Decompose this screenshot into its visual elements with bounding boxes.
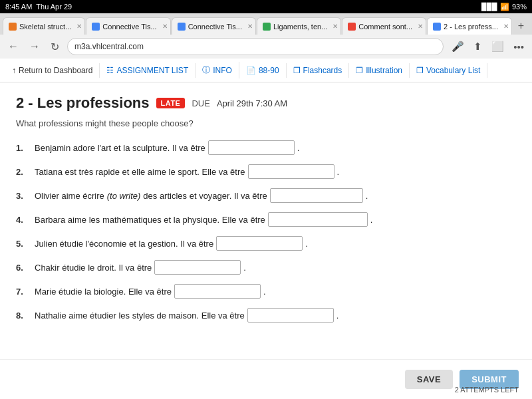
q-text-4: Barbara aime les mathématiques et la phy…: [35, 212, 516, 227]
tab-close-5[interactable]: ✕: [418, 23, 423, 30]
tab-label-3: Connective Tis...: [188, 23, 242, 31]
question-item-2: 2. Tatiana est très rapide et elle aime …: [16, 164, 516, 179]
q-text-3: Olivier aime écrire (to write) des artic…: [35, 188, 516, 203]
browser-tab-2[interactable]: Connective Tis... ✕: [86, 17, 170, 35]
browser-tab-5[interactable]: Comment sont... ✕: [342, 17, 426, 35]
address-bar[interactable]: m3a.vhlcentral.com: [67, 38, 444, 55]
q1-answer-input[interactable]: [208, 140, 295, 155]
return-dashboard-button[interactable]: ↑ Return to Dashboard: [5, 63, 100, 78]
tab-close-4[interactable]: ✕: [332, 23, 338, 30]
q8-text-after: .: [336, 309, 339, 323]
main-content: 2 - Les professions LATE DUE April 29th …: [0, 82, 532, 399]
vocabulary-icon: ❐: [416, 66, 424, 75]
tab-label-5: Comment sont...: [358, 23, 412, 31]
q2-text-after: .: [337, 166, 340, 179]
flashcards-button[interactable]: ❐ Flashcards: [287, 63, 350, 78]
tab-label-4: Ligaments, ten...: [273, 23, 327, 31]
browser-tab-4[interactable]: Ligaments, ten... ✕: [257, 17, 341, 35]
back-button[interactable]: ←: [5, 39, 21, 54]
info-button[interactable]: ⓘ INFO: [196, 62, 239, 78]
vocabulary-list-button[interactable]: ❐ Vocabulary List: [410, 63, 487, 78]
q5-answer-input[interactable]: [216, 236, 303, 251]
q-number-1: 1.: [16, 142, 35, 155]
q-text-5: Julien étudie l'économie et la gestion. …: [35, 236, 516, 251]
status-right: ▉▉▉ 📶 93%: [481, 3, 527, 11]
pages-button[interactable]: 📄 88-90: [239, 63, 287, 78]
tab-close-6[interactable]: ✕: [503, 23, 509, 30]
status-left: 8:45 AM Thu Apr 29: [5, 3, 72, 11]
question-item-3: 3. Olivier aime écrire (to write) des ar…: [16, 188, 516, 203]
browser-tab-6[interactable]: 2 - Les profess... ✕: [427, 17, 512, 35]
battery-icon: 93%: [512, 3, 527, 11]
q5-text-before: Julien étudie l'économie et la gestion. …: [35, 237, 213, 251]
browser-tab-3[interactable]: Connective Tis... ✕: [172, 17, 256, 35]
q7-answer-input[interactable]: [174, 284, 261, 299]
q-text-6: Chakir étudie le droit. Il va être .: [35, 260, 516, 275]
q2-answer-input[interactable]: [248, 164, 334, 179]
tab-close-1[interactable]: ✕: [76, 23, 82, 30]
tab-favicon-1: [9, 23, 17, 31]
q1-text-after: .: [297, 142, 300, 155]
question-item-5: 5. Julien étudie l'économie et la gestio…: [16, 236, 516, 251]
q3-text-middle: des articles et voyager. Il va être: [143, 190, 267, 203]
attempts-text: 2 ATTEMPTS LEFT: [455, 386, 519, 394]
q8-answer-input[interactable]: [247, 308, 334, 323]
q-number-2: 2.: [16, 166, 35, 179]
list-icon: ☷: [106, 66, 114, 75]
browser-tabs: Skeletal struct... ✕ Connective Tis... ✕…: [0, 13, 532, 35]
q-number-3: 3.: [16, 190, 35, 203]
tab-favicon-6: [433, 23, 441, 31]
q-number-4: 4.: [16, 213, 35, 227]
page-title-text: Les professions: [37, 94, 150, 111]
question-item-8: 8. Nathalie aime étudier les styles de m…: [16, 308, 516, 323]
q4-answer-input[interactable]: [268, 212, 368, 227]
question-item-1: 1. Benjamin adore l'art et la sculpture.…: [16, 140, 516, 155]
reload-button[interactable]: ↻: [48, 39, 62, 55]
q-text-1: Benjamin adore l'art et la sculpture. Il…: [35, 140, 516, 155]
address-url: m3a.vhlcentral.com: [74, 42, 144, 51]
page-title: 2 - Les professions: [16, 94, 150, 112]
question-item-7: 7. Marie étudie la biologie. Elle va êtr…: [16, 284, 516, 299]
info-icon: ⓘ: [202, 65, 210, 76]
tab-close-3[interactable]: ✕: [247, 23, 253, 30]
vocabulary-list-label: Vocabulary List: [426, 66, 480, 75]
illustration-button[interactable]: ❐ Illustration: [349, 63, 410, 78]
return-dashboard-label: Return to Dashboard: [19, 66, 92, 75]
tab-favicon-2: [92, 23, 100, 31]
question-item-6: 6. Chakir étudie le droit. Il va être .: [16, 260, 516, 275]
late-badge: LATE: [156, 98, 186, 108]
menu-button[interactable]: •••: [511, 40, 527, 54]
tab-close-2[interactable]: ✕: [162, 23, 168, 30]
q-text-8: Nathalie aime étudier les styles de mais…: [35, 308, 516, 323]
q7-text-after: .: [263, 285, 266, 299]
question-item-4: 4. Barbara aime les mathématiques et la …: [16, 212, 516, 227]
signal-icon: ▉▉▉: [481, 3, 497, 11]
pages-icon: 📄: [246, 66, 256, 75]
tabs-button[interactable]: ⬜: [489, 39, 507, 54]
browser-tab-1[interactable]: Skeletal struct... ✕: [3, 17, 85, 35]
prompt-text: What professions might these people choo…: [16, 118, 516, 128]
q-number-6: 6.: [16, 261, 35, 275]
assignment-list-button[interactable]: ☷ ASSIGNMENT LIST: [100, 63, 196, 78]
new-tab-button[interactable]: +: [513, 17, 529, 35]
q2-text-before: Tatiana est très rapide et elle aime le …: [35, 166, 245, 179]
q3-answer-input[interactable]: [270, 188, 363, 203]
save-button[interactable]: SAVE: [405, 370, 453, 389]
q1-text-before: Benjamin adore l'art et la sculpture. Il…: [35, 142, 205, 155]
pages-label: 88-90: [259, 66, 279, 75]
share-button[interactable]: ⬆: [471, 39, 485, 54]
q-number-7: 7.: [16, 285, 35, 299]
info-label: INFO: [213, 66, 232, 75]
illustration-icon: ❐: [356, 66, 363, 75]
forward-button[interactable]: →: [27, 39, 43, 54]
q6-answer-input[interactable]: [154, 260, 241, 275]
status-day: Thu Apr 29: [36, 3, 72, 11]
due-label: DUE: [192, 98, 209, 108]
q3-text-after: .: [366, 190, 368, 203]
page-number: 2: [16, 94, 24, 111]
tab-favicon-4: [263, 23, 271, 31]
mic-button[interactable]: 🎤: [449, 39, 467, 54]
assignment-list-label: ASSIGNMENT LIST: [116, 66, 188, 75]
q-number-5: 5.: [16, 237, 35, 251]
wifi-icon: 📶: [500, 3, 509, 11]
